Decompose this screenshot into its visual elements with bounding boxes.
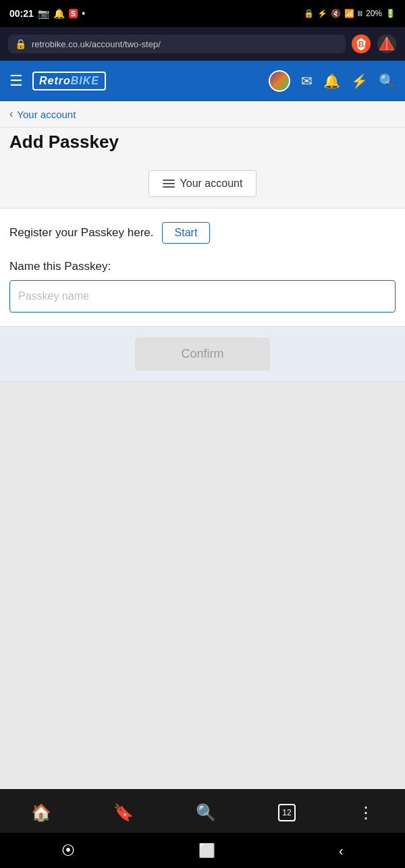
- sim-icon: 🔒: [304, 9, 314, 18]
- url-bar[interactable]: 🔒 retrobike.co.uk/account/two-step/: [8, 34, 346, 53]
- svg-text:B: B: [358, 40, 364, 49]
- dot-icon: •: [82, 8, 85, 19]
- status-bar: 00:21 📷 🔔 S • 🔒 ⚡ 🔇 📶 lll 20% 🔋: [0, 0, 405, 27]
- confirm-button[interactable]: Confirm: [135, 337, 270, 371]
- bookmark-browser-icon[interactable]: 🔖: [113, 803, 134, 822]
- android-back-icon[interactable]: ‹: [339, 843, 344, 859]
- register-passkey-text: Register your Passkey here.: [9, 226, 154, 240]
- browser-logo-icon[interactable]: [377, 34, 397, 54]
- home-browser-icon[interactable]: 🏠: [31, 803, 51, 822]
- camera-icon: 📷: [38, 8, 49, 19]
- status-time: 00:21 📷 🔔 S •: [9, 8, 85, 19]
- time-display: 00:21: [9, 8, 34, 19]
- notification-icon: 🔔: [53, 8, 65, 19]
- empty-gray-area: [0, 382, 405, 789]
- bluetooth-icon: ⚡: [317, 9, 327, 18]
- lock-icon: 🔒: [15, 38, 26, 49]
- your-account-button[interactable]: Your account: [148, 170, 257, 197]
- lightning-icon[interactable]: ⚡: [351, 73, 368, 89]
- shopee-icon: S: [69, 9, 78, 18]
- search-browser-icon[interactable]: 🔍: [196, 803, 216, 822]
- page-title-section: Add Passkey: [0, 128, 405, 163]
- android-recent-apps-icon[interactable]: ⦿: [61, 843, 75, 859]
- mail-icon[interactable]: ✉: [301, 73, 313, 89]
- android-home-icon[interactable]: ⬜: [198, 842, 215, 859]
- register-passkey-row: Register your Passkey here. Start: [9, 222, 396, 244]
- battery-icon: 🔋: [385, 9, 396, 18]
- page-title: Add Passkey: [9, 132, 396, 153]
- mute-icon: 🔇: [331, 9, 341, 18]
- passkey-name-group: Name this Passkey:: [9, 260, 396, 313]
- site-logo[interactable]: RetroBIKE: [32, 72, 106, 90]
- main-content: Register your Passkey here. Start Name t…: [0, 209, 405, 327]
- your-account-section: Your account: [0, 163, 405, 209]
- breadcrumb-your-account-link[interactable]: Your account: [17, 109, 76, 120]
- signal-icon: lll: [358, 9, 362, 18]
- android-nav-bar: ⦿ ⬜ ‹: [0, 833, 405, 868]
- status-indicators: 🔒 ⚡ 🔇 📶 lll 20% 🔋: [304, 9, 396, 18]
- address-bar[interactable]: 🔒 retrobike.co.uk/account/two-step/ B: [0, 27, 405, 61]
- brave-icon[interactable]: B: [351, 34, 371, 54]
- menu-lines-icon: [163, 180, 175, 188]
- nav-icons-group: ✉ 🔔 ⚡ 🔍: [269, 70, 396, 92]
- user-avatar[interactable]: [269, 70, 290, 92]
- your-account-btn-label: Your account: [180, 178, 243, 190]
- passkey-name-input[interactable]: [9, 280, 396, 313]
- passkey-name-label: Name this Passkey:: [9, 260, 396, 273]
- tab-count-badge[interactable]: 12: [278, 804, 296, 821]
- wifi-icon: 📶: [344, 9, 354, 18]
- hamburger-menu-icon[interactable]: ☰: [9, 72, 23, 90]
- start-button[interactable]: Start: [162, 222, 211, 244]
- battery-text: 20%: [366, 9, 382, 18]
- bottom-browser-nav: 🏠 🔖 🔍 12 ⋮: [0, 789, 405, 833]
- back-chevron-icon[interactable]: ‹: [9, 108, 13, 120]
- breadcrumb: ‹ Your account: [0, 101, 405, 128]
- bell-icon[interactable]: 🔔: [323, 73, 340, 89]
- url-text: retrobike.co.uk/account/two-step/: [32, 39, 339, 49]
- confirm-section: Confirm: [0, 327, 405, 382]
- nav-bar: ☰ RetroBIKE ✉ 🔔 ⚡ 🔍: [0, 61, 405, 101]
- search-icon[interactable]: 🔍: [379, 73, 396, 89]
- more-options-icon[interactable]: ⋮: [358, 803, 374, 822]
